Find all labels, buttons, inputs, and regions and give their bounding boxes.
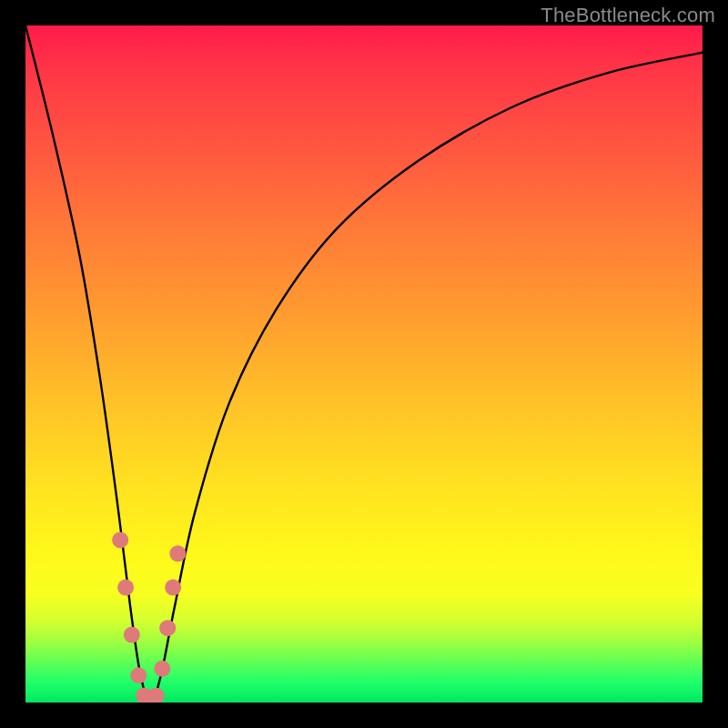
highlight-dot xyxy=(169,545,186,561)
highlight-dot xyxy=(130,667,147,683)
highlight-dot xyxy=(117,580,134,596)
highlight-dot xyxy=(112,531,128,548)
highlight-dot xyxy=(159,620,176,636)
curve-layer xyxy=(25,25,703,703)
highlight-dot xyxy=(124,627,140,643)
chart-svg xyxy=(25,25,703,703)
watermark-text: TheBottleneck.com xyxy=(541,4,715,27)
plot-area xyxy=(25,25,703,703)
highlight-dot xyxy=(165,580,181,596)
highlight-dot xyxy=(148,688,165,703)
bottleneck-curve xyxy=(25,25,703,703)
highlight-dot xyxy=(154,661,170,677)
chart-frame: TheBottleneck.com xyxy=(0,0,728,728)
